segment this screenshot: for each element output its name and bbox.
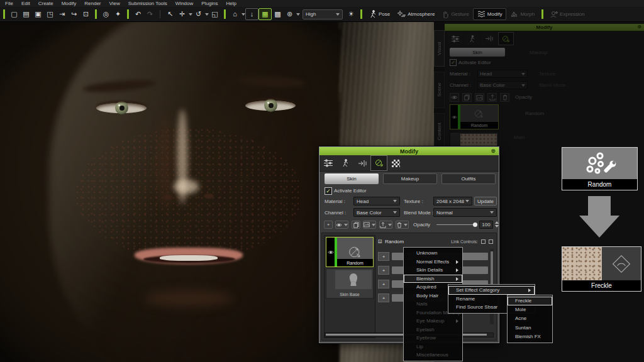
nostril-left (163, 195, 173, 200)
modify-button[interactable]: Modify (473, 8, 507, 20)
texture-dropdown[interactable]: 2048 x 2048 (433, 197, 472, 206)
update-button[interactable]: Update (474, 197, 497, 206)
nose-tip (174, 180, 199, 194)
opacity-value-box[interactable]: 100 (479, 221, 493, 229)
stepper-up-icon[interactable] (495, 221, 499, 224)
layer-random[interactable]: Random (326, 237, 374, 267)
quality-dropdown[interactable]: High (303, 9, 343, 19)
menu-item-blemish[interactable]: Blemish (404, 275, 462, 283)
grid-view-icon[interactable]: ▩ (272, 9, 284, 19)
environment-sphere-icon[interactable]: ⊛ (284, 9, 296, 19)
menu-help[interactable]: Help (226, 1, 236, 6)
link-controls-icon[interactable] (481, 239, 486, 244)
link-controls-icon[interactable] (489, 239, 493, 244)
expression-label: Expression (560, 11, 585, 17)
import-content-icon[interactable]: ⇥ (56, 9, 68, 19)
add-effect-button[interactable]: + (378, 252, 389, 261)
redo-icon[interactable]: ↷ (144, 9, 156, 19)
menu-plugins[interactable]: Plugins (201, 1, 218, 6)
trash-icon (397, 222, 402, 228)
sun-light-icon[interactable]: ☀ (345, 9, 357, 19)
home-view-icon[interactable]: ⌂ (229, 9, 241, 19)
teeth (160, 255, 218, 261)
add-effect-button[interactable]: + (378, 280, 389, 288)
menu-item-acne[interactable]: Acne (508, 314, 552, 323)
skin-editor-icon (375, 159, 384, 167)
environment-caret[interactable] (296, 13, 300, 16)
layer-visibility-toggle[interactable] (326, 238, 335, 266)
camera-center-icon[interactable]: ▦ (258, 8, 272, 20)
eye-right (242, 96, 299, 114)
channel-dropdown[interactable]: Base Color (353, 208, 400, 217)
layer-skin-base[interactable]: Skin Base (326, 268, 374, 299)
material-dropdown[interactable]: Head (353, 197, 400, 206)
atmosphere-button[interactable]: Atmosphere (394, 9, 438, 19)
tab-adjust[interactable] (319, 155, 336, 171)
menu-item-suntan[interactable]: Suntan (508, 324, 552, 332)
menu-item-normal-effects[interactable]: Normal Effects (404, 258, 462, 266)
menu-item-blemish-fx[interactable]: Blemish FX (508, 332, 552, 341)
dock-toggle-icon[interactable]: ↓ (245, 8, 258, 20)
eye-left (92, 98, 150, 117)
undo-icon[interactable]: ↶ (132, 9, 144, 19)
texture-label: Texture : (404, 199, 423, 204)
render-preview-icon[interactable]: ⊡ (80, 9, 92, 19)
open-project-icon[interactable]: ▤ (20, 9, 32, 19)
close-icon[interactable]: ⊗ (491, 148, 496, 154)
makeup-tab-label: Makeup (401, 176, 419, 182)
export-layer-button[interactable] (379, 221, 392, 229)
zoom-tool-icon[interactable]: ◎ (100, 9, 112, 19)
menu-submission-tools[interactable]: Submission Tools (128, 1, 167, 6)
tab-pose[interactable] (336, 155, 353, 171)
opacity-label: Opacity (413, 222, 430, 228)
activate-editor-checkbox[interactable]: ✓ (325, 187, 332, 195)
skin-tab-button[interactable]: Skin (325, 173, 379, 184)
stepper-down-icon[interactable] (495, 225, 499, 228)
menu-window[interactable]: Window (175, 1, 193, 6)
dialog-title-bar[interactable]: Modify ⊗ (319, 147, 499, 155)
menu-item-eyebrow: Eyebrow (404, 334, 462, 343)
export-file-icon[interactable]: ◳ (44, 9, 56, 19)
menu-file[interactable]: File (5, 1, 13, 6)
add-effect-button[interactable]: + (378, 293, 389, 302)
image-options-button[interactable] (363, 221, 376, 229)
save-project-icon[interactable]: ▣ (32, 9, 44, 19)
opacity-slider-knob[interactable] (473, 222, 477, 227)
tab-skin-editor[interactable] (370, 155, 387, 171)
layer-visibility-button[interactable] (335, 221, 348, 229)
rotate-tool-icon[interactable]: ↺ (192, 9, 204, 19)
new-file-icon[interactable]: ▢ (8, 9, 20, 19)
morph-icon (510, 11, 518, 18)
opacity-slider[interactable] (436, 224, 475, 225)
blend-mode-dropdown[interactable]: Normal (433, 208, 497, 217)
tab-morph[interactable] (353, 155, 370, 171)
menu-item-set-effect-category[interactable]: Set Effect Category (448, 286, 535, 295)
export-content-icon[interactable]: ↪ (68, 9, 80, 19)
menu-item-mole[interactable]: Mole (508, 305, 552, 314)
makeup-tab-button[interactable]: Makeup (383, 173, 437, 184)
duplicate-layer-button[interactable] (352, 221, 360, 229)
focus-tool-icon[interactable]: ✦ (112, 9, 124, 19)
menu-item-freckle[interactable]: Freckle (508, 297, 552, 305)
menu-edit[interactable]: Edit (21, 1, 30, 6)
move-tool-icon[interactable]: ✛ (176, 9, 188, 19)
tab-material[interactable] (387, 155, 404, 171)
dialog-icon-tabs (319, 155, 499, 172)
delete-layer-button[interactable] (396, 221, 409, 229)
add-layer-button[interactable]: + (324, 221, 333, 229)
menu-render[interactable]: Render (84, 1, 101, 6)
freckle-card-label: Freckle (562, 280, 641, 291)
menu-create[interactable]: Create (38, 1, 53, 6)
outfits-tab-button[interactable]: Outfits (441, 173, 496, 184)
menu-view[interactable]: View (109, 1, 120, 6)
add-effect-button[interactable]: + (378, 266, 389, 275)
select-tool-icon[interactable]: ↖ (164, 9, 176, 19)
menu-item-skin-details[interactable]: Skin Details (404, 266, 462, 275)
menu-modify[interactable]: Modify (62, 1, 77, 6)
opacity-stepper[interactable] (495, 221, 499, 228)
scale-tool-icon[interactable]: ◱ (209, 9, 221, 19)
pose-button[interactable]: Pose (365, 8, 394, 20)
freckle-preview-card[interactable]: Freckle (562, 246, 641, 292)
menu-item-unknown[interactable]: Unknown (404, 249, 462, 258)
random-preview-card[interactable]: Random (562, 147, 638, 190)
